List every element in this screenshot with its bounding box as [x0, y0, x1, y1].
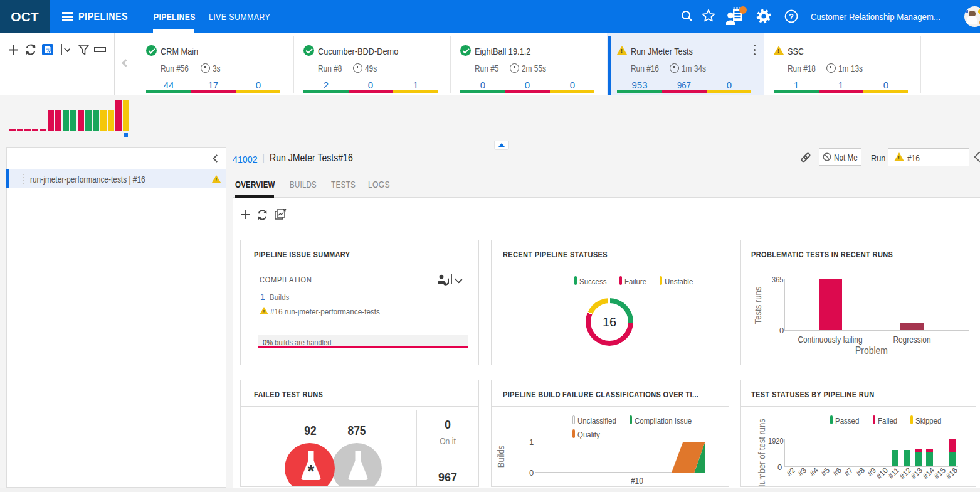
- svg-text:#2: #2: [785, 466, 798, 478]
- svg-text:#8: #8: [855, 466, 867, 478]
- svg-text:#7: #7: [843, 466, 855, 478]
- svg-text:#4: #4: [808, 466, 821, 478]
- svg-text:#3: #3: [796, 466, 809, 478]
- svg-text:?: ?: [789, 12, 794, 21]
- svg-text:#16: #16: [944, 466, 959, 481]
- svg-text:*: *: [308, 461, 315, 481]
- svg-text:#5: #5: [819, 466, 832, 478]
- svg-text:#6: #6: [831, 466, 844, 478]
